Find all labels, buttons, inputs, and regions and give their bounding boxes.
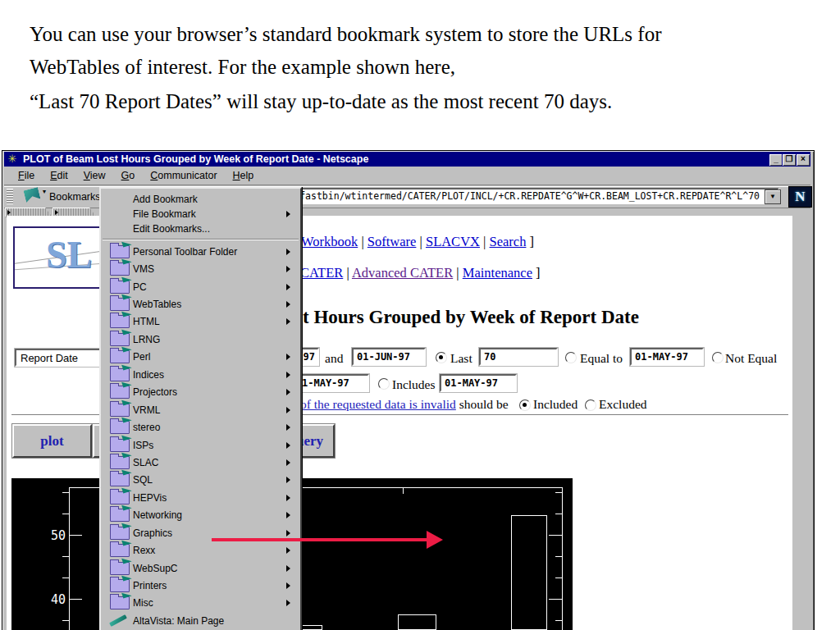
folder-icon bbox=[110, 509, 130, 522]
bookmarks-menu-button[interactable]: Bookmarks bbox=[49, 191, 101, 203]
ytick-50: 50 bbox=[41, 528, 66, 543]
location-dropdown-button[interactable]: ▼ bbox=[765, 189, 781, 204]
toolbar-grippy[interactable] bbox=[7, 189, 13, 204]
folder-icon bbox=[110, 562, 130, 575]
bookmark-action-edit-bookmarks-[interactable]: Edit Bookmarks... bbox=[101, 221, 300, 236]
nav-link[interactable]: CATER bbox=[300, 265, 343, 281]
invalid-data-link[interactable]: of the requested data is invalid bbox=[300, 397, 456, 411]
submenu-arrow-icon bbox=[286, 407, 290, 413]
menu-item-label: Rexx bbox=[133, 545, 155, 556]
screenshot: You can use your browser’s standard book… bbox=[0, 0, 840, 630]
bookmark-folder-projectors[interactable]: Projectors bbox=[101, 384, 300, 401]
range-end-field[interactable]: 01-JUN-97 bbox=[352, 348, 426, 366]
histogram-bar bbox=[511, 515, 547, 630]
netscape-throbber-logo[interactable]: N bbox=[788, 186, 812, 208]
includes-field[interactable]: 01-MAY-97 bbox=[440, 374, 517, 392]
last-label: Last bbox=[450, 351, 472, 366]
folder-icon bbox=[110, 281, 130, 294]
expand-arrow-icon bbox=[7, 210, 11, 215]
not-equal-label: Not Equal bbox=[725, 351, 777, 366]
menu-item-label: Misc bbox=[133, 597, 153, 609]
bookmark-folder-perl[interactable]: Perl bbox=[101, 349, 300, 366]
folder-icon bbox=[110, 596, 130, 609]
equal-to-field[interactable]: 01-MAY-97 bbox=[630, 348, 704, 366]
menu-item-label: AltaVista: Main Page bbox=[133, 615, 224, 627]
bookmark-folder-networking[interactable]: Networking bbox=[101, 507, 300, 524]
menu-separator bbox=[103, 239, 299, 240]
column-select[interactable]: Report Date bbox=[15, 349, 101, 367]
nav-link[interactable]: SLACVX bbox=[426, 234, 480, 249]
menu-file[interactable]: File bbox=[16, 168, 37, 183]
maximize-button[interactable]: ❐ bbox=[782, 153, 797, 167]
nav-link[interactable]: Advanced CATER bbox=[352, 265, 453, 281]
folder-icon bbox=[110, 473, 130, 486]
bookmark-page-altavista-main-page[interactable]: AltaVista: Main Page bbox=[101, 612, 300, 629]
menu-view[interactable]: View bbox=[81, 168, 108, 183]
folder-icon bbox=[110, 404, 130, 417]
menu-item-label: HTML bbox=[133, 316, 160, 327]
bookmark-action-add-bookmark[interactable]: Add Bookmark bbox=[101, 192, 300, 207]
folder-icon bbox=[110, 368, 130, 381]
folder-icon bbox=[110, 262, 130, 276]
folder-icon bbox=[110, 350, 130, 363]
location-url-text: u/fastbin/wtintermed/CATER/PLOT/INCL/+CR… bbox=[288, 190, 778, 202]
excluded-radio[interactable] bbox=[585, 399, 596, 411]
caption-line-1: You can use your browser’s standard book… bbox=[30, 23, 662, 46]
submenu-arrow-icon bbox=[286, 600, 290, 606]
menu-help[interactable]: Help bbox=[231, 168, 257, 183]
menu-bar: FileEditViewGoCommunicatorHelp bbox=[4, 167, 810, 185]
nav-link[interactable]: Maintenance bbox=[463, 265, 532, 281]
folder-icon bbox=[110, 439, 130, 452]
bookmark-action-file-bookmark[interactable]: File Bookmark bbox=[101, 207, 300, 221]
folder-icon bbox=[110, 333, 130, 346]
menu-item-label: WebTables bbox=[133, 299, 181, 310]
expand-arrow-icon bbox=[55, 210, 58, 215]
ytick-40: 40 bbox=[41, 592, 66, 607]
menu-edit[interactable]: Edit bbox=[48, 168, 71, 183]
folder-icon bbox=[110, 315, 130, 328]
bookmark-menu: Add BookmarkFile BookmarkEdit Bookmarks.… bbox=[99, 187, 302, 630]
plot-button[interactable]: plot bbox=[12, 424, 92, 458]
excluded-label: Excluded bbox=[599, 397, 647, 412]
red-arrow-annotation bbox=[212, 531, 443, 549]
nav-link[interactable]: Workbook bbox=[301, 234, 358, 249]
menu-item-label: SQL bbox=[133, 474, 153, 486]
window-title: PLOT of Beam Lost Hours Grouped by Week … bbox=[23, 153, 368, 165]
not-equal-radio[interactable] bbox=[712, 352, 724, 363]
window-titlebar[interactable]: ✳ PLOT of Beam Lost Hours Grouped by Wee… bbox=[4, 152, 810, 167]
submenu-arrow-icon bbox=[286, 459, 290, 466]
nav-link[interactable]: Search bbox=[490, 234, 527, 249]
menu-item-label: Printers bbox=[133, 580, 167, 591]
submenu-arrow-icon bbox=[286, 318, 290, 325]
nav-link[interactable]: Software bbox=[368, 234, 417, 249]
menu-item-label: LRNG bbox=[133, 334, 160, 345]
bookmark-folder-stereo[interactable]: stereo bbox=[101, 418, 300, 436]
included-radio[interactable] bbox=[519, 399, 531, 411]
submenu-arrow-icon bbox=[286, 424, 290, 431]
menu-item-label: Graphics bbox=[133, 527, 172, 539]
menu-item-label: Perl bbox=[133, 351, 150, 363]
folder-icon bbox=[110, 386, 130, 399]
menu-go[interactable]: Go bbox=[119, 168, 138, 183]
bookmark-page-icon bbox=[109, 614, 127, 627]
equal-to-radio[interactable] bbox=[565, 352, 577, 363]
caption-line-2: WebTables of interest. For the example s… bbox=[30, 56, 455, 79]
and-label: and bbox=[325, 351, 343, 366]
page-title: t Hours Grouped by Week of Report Date bbox=[303, 307, 639, 328]
submenu-arrow-icon bbox=[286, 495, 290, 501]
close-button[interactable]: × bbox=[796, 153, 810, 167]
menu-communicator[interactable]: Communicator bbox=[148, 168, 219, 183]
includes-label: Includes bbox=[392, 377, 436, 392]
submenu-arrow-icon bbox=[286, 301, 290, 308]
included-label: Included bbox=[533, 397, 578, 412]
bookmark-folder-misc[interactable]: Misc bbox=[101, 595, 300, 612]
last-radio[interactable] bbox=[436, 352, 447, 363]
chevron-down-icon: ▾ bbox=[43, 188, 46, 195]
caption-line-3: “Last 70 Report Dates” will stay up-to-d… bbox=[30, 90, 612, 113]
last-count-field[interactable]: 70 bbox=[479, 348, 558, 366]
includes-radio[interactable] bbox=[378, 378, 390, 390]
submenu-arrow-icon bbox=[286, 211, 290, 217]
x-axis-tick bbox=[403, 487, 404, 494]
bookmark-folder-vms[interactable]: VMS bbox=[101, 260, 300, 277]
submenu-arrow-icon bbox=[286, 249, 290, 255]
